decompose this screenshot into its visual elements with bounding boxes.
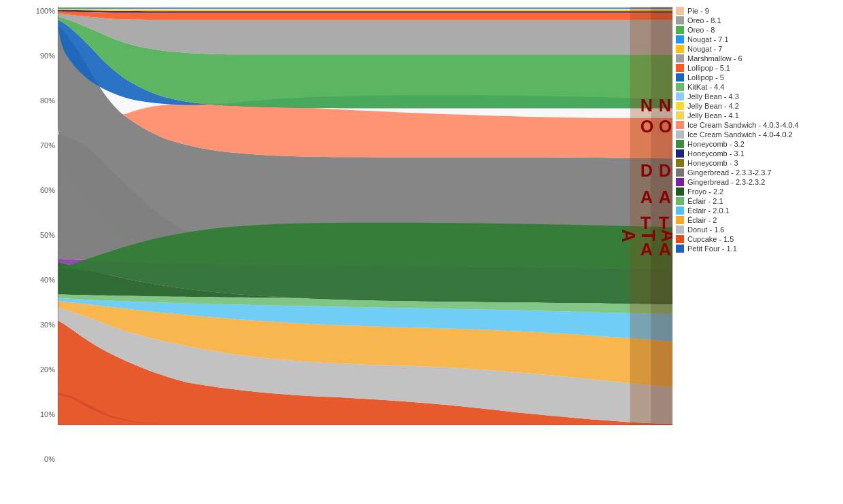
y-label-80: 80%	[31, 96, 58, 105]
svg-text:A: A	[659, 240, 671, 259]
legend-label-lollipop5: Lollipop - 5	[687, 73, 724, 82]
chart-container: 100% 90% 80% 70% 60% 50% 40% 30% 20% 10%…	[0, 0, 843, 504]
legend-item-gingerbread232: Gingerbread - 2.3-2.3.2	[676, 178, 840, 186]
legend-item-honeycomb32: Honeycomb - 3.2	[676, 140, 840, 148]
legend-item-kitkat: KitKat - 4.4	[676, 83, 840, 91]
svg-text:A: A	[659, 187, 671, 206]
legend-color-lollipop51	[676, 64, 684, 72]
legend-label-jellybean41: Jelly Bean - 4.1	[687, 111, 739, 120]
main-chart-svg: N O D A T A N O D A T A N O D A T A	[58, 7, 672, 425]
y-label-100: 100%	[31, 7, 58, 15]
legend-label-eclair201: Éclair - 2.0.1	[687, 206, 730, 215]
legend-label-honeycomb32: Honeycomb - 3.2	[687, 140, 745, 148]
legend-label-ics402: Ice Cream Sandwich - 4.0-4.0.2	[687, 130, 793, 139]
svg-text:A: A	[641, 187, 653, 206]
legend-color-honeycomb32	[676, 140, 684, 148]
legend-label-jellybean43: Jelly Bean - 4.3	[687, 92, 739, 101]
legend-item-froyo: Froyo - 2.2	[676, 187, 840, 196]
legend-item-nougat71: Nougat - 7.1	[676, 35, 840, 43]
y-label-40: 40%	[31, 276, 58, 284]
legend-item-eclair2: Éclair - 2	[676, 216, 840, 224]
legend-color-eclair2	[676, 216, 684, 224]
legend-label-gingerbread237: Gingerbread - 2.3.3-2.3.7	[687, 168, 772, 177]
legend-color-honeycomb31	[676, 149, 684, 158]
legend-color-petitfour	[676, 245, 684, 253]
legend-item-jellybean43: Jelly Bean - 4.3	[676, 92, 840, 101]
legend-label-marshmallow: Marshmallow - 6	[687, 54, 742, 62]
legend-color-nougat7	[676, 45, 684, 53]
legend-label-lollipop51: Lollipop - 5.1	[687, 64, 730, 72]
legend-item-ics404: Ice Cream Sandwich - 4.0.3-4.0.4	[676, 121, 840, 129]
legend-label-gingerbread232: Gingerbread - 2.3-2.3.2	[687, 178, 765, 186]
svg-text:T: T	[659, 213, 670, 232]
legend-label-oreo8: Oreo - 8	[687, 26, 715, 34]
legend-item-marshmallow: Marshmallow - 6	[676, 54, 840, 62]
y-label-10: 10%	[31, 410, 58, 418]
legend-color-oreo8	[676, 26, 684, 34]
legend-label-petitfour: Petit Four - 1.1	[687, 245, 737, 253]
legend-color-honeycomb3	[676, 159, 684, 167]
legend-label-ics404: Ice Cream Sandwich - 4.0.3-4.0.4	[687, 121, 799, 129]
y-label-60: 60%	[31, 186, 58, 194]
legend-color-ics404	[676, 121, 684, 129]
legend-color-jellybean41	[676, 111, 684, 120]
legend-color-pie	[676, 7, 684, 15]
legend-color-donut	[676, 226, 684, 234]
legend-color-lollipop5	[676, 73, 684, 82]
y-label-30: 30%	[31, 321, 58, 329]
legend-color-cupcake	[676, 235, 684, 243]
legend-item-honeycomb31: Honeycomb - 3.1	[676, 149, 840, 158]
legend-item-jellybean42: Jelly Bean - 4.2	[676, 102, 840, 110]
legend-item-pie: Pie - 9	[676, 7, 840, 15]
legend-color-oreo81	[676, 16, 684, 24]
legend-item-oreo8: Oreo - 8	[676, 26, 840, 34]
legend-item-oreo81: Oreo - 8.1	[676, 16, 840, 24]
legend-label-cupcake: Cupcake - 1.5	[687, 235, 734, 243]
y-label-90: 90%	[31, 52, 58, 60]
legend-label-kitkat: KitKat - 4.4	[687, 83, 724, 91]
y-label-70: 70%	[31, 141, 58, 149]
legend-color-eclair21	[676, 197, 684, 205]
svg-text:A: A	[618, 229, 639, 242]
legend-area: Pie - 9 Oreo - 8.1 Oreo - 8 Nougat - 7.1…	[672, 0, 843, 504]
legend-item-donut: Donut - 1.6	[676, 226, 840, 234]
svg-text:O: O	[641, 117, 653, 136]
svg-text:A: A	[641, 240, 653, 259]
svg-text:O: O	[659, 117, 672, 136]
legend-item-petitfour: Petit Four - 1.1	[676, 245, 840, 253]
y-axis: 100% 90% 80% 70% 60% 50% 40% 30% 20% 10%…	[31, 7, 58, 463]
legend-item-honeycomb3: Honeycomb - 3	[676, 159, 840, 167]
legend-label-donut: Donut - 1.6	[687, 226, 724, 234]
svg-text:N: N	[659, 96, 671, 115]
legend-label-eclair2: Éclair - 2	[687, 216, 717, 224]
legend-label-oreo81: Oreo - 8.1	[687, 16, 721, 24]
legend-color-kitkat	[676, 83, 684, 91]
legend-item-lollipop5: Lollipop - 5	[676, 73, 840, 82]
legend-label-froyo: Froyo - 2.2	[687, 187, 723, 196]
svg-text:N: N	[641, 96, 653, 115]
legend-label-honeycomb31: Honeycomb - 3.1	[687, 149, 745, 158]
legend-item-nougat7: Nougat - 7	[676, 45, 840, 53]
svg-text:D: D	[659, 161, 671, 180]
legend-item-eclair201: Éclair - 2.0.1	[676, 206, 840, 215]
legend-label-jellybean42: Jelly Bean - 4.2	[687, 102, 739, 110]
legend-label-nougat71: Nougat - 7.1	[687, 35, 729, 43]
legend-color-nougat71	[676, 35, 684, 43]
legend-color-ics402	[676, 130, 684, 139]
legend-label-nougat7: Nougat - 7	[687, 45, 722, 53]
legend-item-eclair21: Éclair - 2.1	[676, 197, 840, 205]
legend-item-ics402: Ice Cream Sandwich - 4.0-4.0.2	[676, 130, 840, 139]
y-label-20: 20%	[31, 365, 58, 374]
legend-color-froyo	[676, 187, 684, 196]
legend-item-jellybean41: Jelly Bean - 4.1	[676, 111, 840, 120]
legend-label-pie: Pie - 9	[687, 7, 709, 15]
svg-text:D: D	[641, 161, 653, 180]
chart-inner: 100% 90% 80% 70% 60% 50% 40% 30% 20% 10%…	[31, 7, 672, 463]
legend-color-jellybean42	[676, 102, 684, 110]
legend-label-eclair21: Éclair - 2.1	[687, 197, 723, 205]
y-label-50: 50%	[31, 231, 58, 239]
legend-color-gingerbread232	[676, 178, 684, 186]
legend-item-cupcake: Cupcake - 1.5	[676, 235, 840, 243]
svg-text:T: T	[641, 213, 651, 232]
legend-color-gingerbread237	[676, 168, 684, 177]
